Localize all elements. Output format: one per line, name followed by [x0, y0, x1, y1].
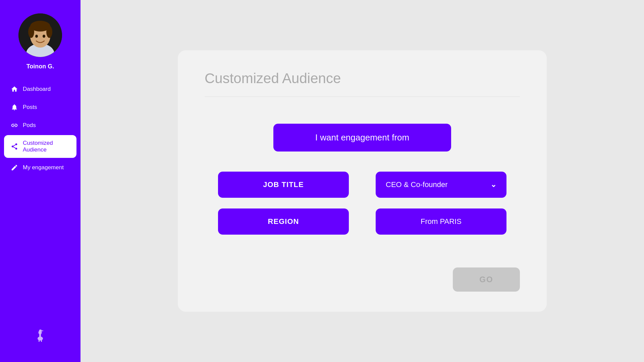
svg-line-12 [13, 147, 15, 148]
ostrich-icon [34, 333, 47, 345]
bell-icon [11, 104, 18, 111]
sidebar-item-posts[interactable]: Posts [4, 99, 76, 116]
sidebar: Toinon G. Dashboard Posts [0, 0, 80, 362]
svg-rect-19 [41, 330, 43, 331]
sidebar-item-my-engagement[interactable]: My engagement [4, 159, 76, 176]
svg-rect-20 [39, 340, 40, 342]
chevron-down-icon: ⌄ [490, 180, 496, 189]
edit-icon [11, 164, 18, 171]
sidebar-item-pods-label: Pods [23, 122, 36, 129]
sidebar-footer [27, 322, 54, 352]
job-title-value-button[interactable]: CEO & Co-founder ⌄ [376, 172, 506, 198]
svg-point-11 [15, 148, 17, 150]
sidebar-nav: Dashboard Posts Pods [0, 81, 80, 176]
svg-line-13 [13, 145, 15, 146]
home-icon [11, 85, 18, 93]
sidebar-item-my-engagement-label: My engagement [23, 164, 64, 171]
sidebar-item-customized-audience[interactable]: Customized Audience [4, 135, 76, 158]
sidebar-item-dashboard-label: Dashboard [23, 86, 51, 93]
svg-point-10 [12, 145, 14, 147]
svg-point-5 [28, 26, 34, 38]
svg-point-6 [46, 26, 52, 38]
content-card: Customized Audience I want engagement fr… [178, 50, 547, 312]
svg-rect-21 [41, 340, 42, 342]
svg-point-8 [43, 35, 45, 38]
filter-grid: JOB TITLE CEO & Co-founder ⌄ REGION From… [205, 172, 520, 235]
sidebar-item-customized-audience-label: Customized Audience [23, 140, 70, 153]
region-value-button[interactable]: From PARIS [376, 208, 506, 235]
link-icon [11, 122, 18, 129]
avatar [18, 13, 62, 57]
job-title-label-button[interactable]: JOB TITLE [218, 172, 349, 198]
sidebar-item-pods[interactable]: Pods [4, 117, 76, 134]
engagement-from-button[interactable]: I want engagement from [273, 124, 451, 152]
region-label-button[interactable]: REGION [218, 208, 349, 235]
share-icon [11, 143, 18, 150]
sidebar-item-dashboard[interactable]: Dashboard [4, 81, 76, 98]
go-button[interactable]: GO [453, 267, 520, 292]
divider [205, 97, 520, 97]
main-content: Customized Audience I want engagement fr… [80, 0, 644, 362]
svg-point-9 [15, 143, 17, 145]
svg-point-7 [35, 35, 38, 38]
sidebar-item-posts-label: Posts [23, 104, 37, 111]
user-name: Toinon G. [26, 63, 54, 70]
page-title: Customized Audience [205, 70, 520, 86]
